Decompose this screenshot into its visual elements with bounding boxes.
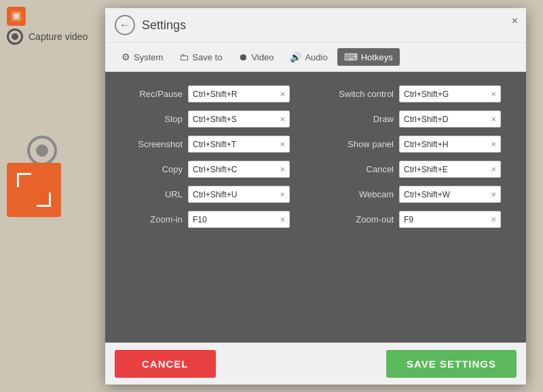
hotkey-clear-copy[interactable]: × [280, 164, 285, 174]
capture-label: Capture video [29, 31, 88, 42]
hotkeys-left-column: Rec/Pause × Stop × S [121, 85, 305, 329]
hotkey-row-cancel: Cancel × [326, 161, 510, 178]
hotkey-clear-cancel[interactable]: × [491, 164, 496, 174]
settings-modal: ← Settings × ⚙ System 🗀 Save to ⏺ Video … [105, 8, 526, 385]
modal-footer: CANCEL SAVE SETTINGS [105, 342, 526, 385]
hotkey-input-wrap-webcam: × [399, 186, 501, 203]
hotkey-row-webcam: Webcam × [326, 186, 510, 203]
tab-hotkeys[interactable]: ⌨ Hotkeys [337, 48, 400, 66]
hotkey-input-zoomin[interactable] [193, 215, 277, 224]
hotkey-input-wrap-recpause: × [188, 85, 290, 102]
hotkey-row-screenshot: Screenshot × [121, 136, 305, 153]
hotkeys-icon: ⌨ [344, 52, 358, 62]
hotkey-label-zoomout: Zoom-out [326, 214, 394, 224]
cancel-button[interactable]: CANCEL [115, 350, 216, 378]
hotkey-row-stop: Stop × [121, 111, 305, 128]
hotkey-row-switchcontrol: Switch control × [326, 85, 510, 102]
hotkey-input-wrap-cancel: × [399, 161, 501, 178]
hotkey-input-wrap-showpanel: × [399, 136, 501, 153]
hotkey-label-webcam: Webcam [326, 189, 394, 199]
back-icon: ← [119, 19, 130, 31]
hotkey-label-showpanel: Show panel [326, 139, 394, 149]
hotkey-clear-recpause[interactable]: × [280, 89, 285, 99]
audio-icon: 🔊 [290, 52, 301, 62]
hotkey-row-showpanel: Show panel × [326, 136, 510, 153]
hotkeys-grid: Rec/Pause × Stop × S [121, 85, 510, 329]
app-icon [7, 7, 26, 26]
hotkey-clear-screenshot[interactable]: × [280, 139, 285, 149]
hotkey-label-zoomin: Zoom-in [121, 214, 183, 224]
hotkey-input-draw[interactable] [404, 115, 488, 124]
tab-video-label: Video [251, 52, 274, 62]
hotkey-label-screenshot: Screenshot [121, 139, 183, 149]
hotkey-input-url[interactable] [193, 190, 277, 199]
tab-system[interactable]: ⚙ System [115, 48, 170, 66]
tab-system-label: System [134, 52, 163, 62]
hotkey-clear-zoomout[interactable]: × [491, 214, 496, 224]
hotkey-row-draw: Draw × [326, 111, 510, 128]
svg-point-1 [14, 14, 19, 19]
hotkey-clear-webcam[interactable]: × [491, 189, 496, 199]
hotkey-row-zoomin: Zoom-in × [121, 211, 305, 228]
app-background: Capture video ← Settings × ⚙ System 🗀 [0, 0, 543, 392]
hotkey-input-cancel[interactable] [404, 165, 488, 174]
tab-audio-label: Audio [305, 52, 327, 62]
hotkey-clear-switchcontrol[interactable]: × [491, 89, 496, 99]
tab-hotkeys-label: Hotkeys [361, 52, 393, 62]
tabs-bar: ⚙ System 🗀 Save to ⏺ Video 🔊 Audio ⌨ Hot… [105, 43, 526, 72]
hotkey-input-copy[interactable] [193, 165, 277, 174]
hotkey-input-wrap-zoomin: × [188, 211, 290, 228]
hotkey-row-url: URL × [121, 186, 305, 203]
tab-audio[interactable]: 🔊 Audio [283, 48, 334, 66]
back-button[interactable]: ← [115, 15, 135, 35]
video-icon: ⏺ [238, 52, 248, 62]
hotkey-input-showpanel[interactable] [404, 140, 488, 149]
hotkey-clear-stop[interactable]: × [280, 114, 285, 124]
hotkey-label-draw: Draw [326, 114, 394, 124]
hotkey-input-wrap-stop: × [188, 111, 290, 128]
hotkey-label-recpause: Rec/Pause [121, 89, 183, 99]
capture-bar: Capture video [7, 28, 88, 45]
hotkey-input-screenshot[interactable] [193, 140, 277, 149]
hotkey-input-zoomout[interactable] [404, 215, 488, 224]
side-record-icon [27, 136, 57, 165]
hotkey-input-wrap-screenshot: × [188, 136, 290, 153]
hotkey-input-wrap-zoomout: × [399, 211, 501, 228]
hotkey-label-url: URL [121, 189, 183, 199]
hotkey-input-recpause[interactable] [193, 90, 277, 99]
hotkey-label-switchcontrol: Switch control [326, 89, 394, 99]
saveto-icon: 🗀 [179, 52, 189, 62]
hotkey-input-wrap-url: × [188, 186, 290, 203]
hotkey-label-copy: Copy [121, 164, 183, 174]
orange-box-decoration [7, 163, 61, 217]
hotkey-input-stop[interactable] [193, 115, 277, 124]
hotkey-input-wrap-switchcontrol: × [399, 85, 501, 102]
hotkeys-right-column: Switch control × Draw × [326, 85, 510, 329]
tab-saveto[interactable]: 🗀 Save to [172, 48, 229, 66]
hotkey-clear-zoomin[interactable]: × [280, 214, 285, 224]
hotkey-input-webcam[interactable] [404, 190, 488, 199]
modal-title: Settings [142, 18, 186, 33]
system-icon: ⚙ [121, 52, 130, 62]
hotkey-row-recpause: Rec/Pause × [121, 85, 305, 102]
hotkey-clear-url[interactable]: × [280, 189, 285, 199]
hotkey-input-wrap-draw: × [399, 111, 501, 128]
hotkey-input-wrap-copy: × [188, 161, 290, 178]
hotkey-input-switchcontrol[interactable] [404, 90, 488, 99]
save-settings-button[interactable]: SAVE SETTINGS [386, 350, 517, 378]
hotkey-label-cancel: Cancel [326, 164, 394, 174]
close-button[interactable]: × [512, 15, 518, 27]
modal-content: Rec/Pause × Stop × S [105, 72, 526, 342]
tab-video[interactable]: ⏺ Video [231, 48, 280, 66]
hotkey-label-stop: Stop [121, 114, 183, 124]
modal-header: ← Settings × [105, 8, 526, 43]
hotkey-clear-draw[interactable]: × [491, 114, 496, 124]
hotkey-row-copy: Copy × [121, 161, 305, 178]
record-icon [7, 28, 23, 45]
hotkey-row-zoomout: Zoom-out × [326, 211, 510, 228]
corner-brackets-icon [17, 173, 51, 207]
hotkey-clear-showpanel[interactable]: × [491, 139, 496, 149]
tab-saveto-label: Save to [192, 52, 222, 62]
